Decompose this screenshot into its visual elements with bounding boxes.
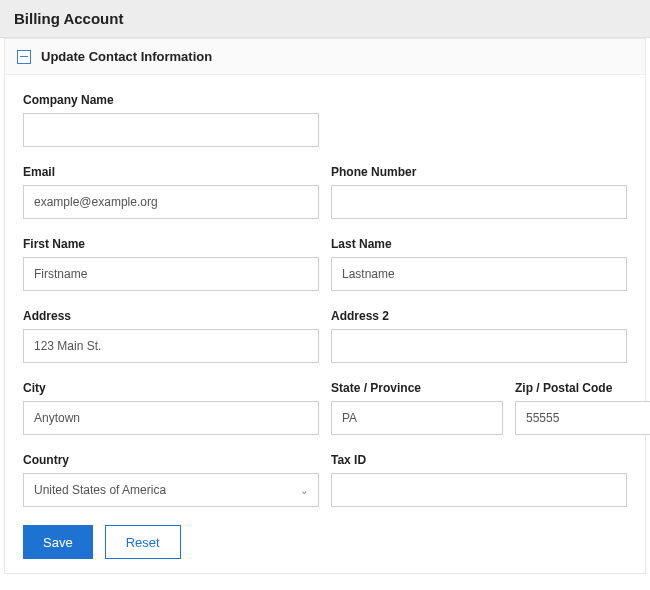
field-tax-id: Tax ID (331, 453, 627, 507)
input-email[interactable] (23, 185, 319, 219)
panel-body: Company Name Email Phone Number First Na… (5, 75, 645, 573)
page-header: Billing Account (0, 0, 650, 38)
input-address[interactable] (23, 329, 319, 363)
select-country[interactable]: United States of America ⌄ (23, 473, 319, 507)
field-address2: Address 2 (331, 309, 627, 363)
reset-button[interactable]: Reset (105, 525, 181, 559)
input-phone[interactable] (331, 185, 627, 219)
select-country-value: United States of America (34, 483, 166, 497)
panel-title: Update Contact Information (41, 49, 212, 64)
input-address2[interactable] (331, 329, 627, 363)
field-last-name: Last Name (331, 237, 627, 291)
field-city: City (23, 381, 319, 435)
label-state: State / Province (331, 381, 503, 395)
field-company-name: Company Name (23, 93, 319, 147)
save-button[interactable]: Save (23, 525, 93, 559)
input-state[interactable] (331, 401, 503, 435)
label-first-name: First Name (23, 237, 319, 251)
label-email: Email (23, 165, 319, 179)
field-first-name: First Name (23, 237, 319, 291)
input-zip[interactable] (515, 401, 650, 435)
field-phone: Phone Number (331, 165, 627, 219)
input-city[interactable] (23, 401, 319, 435)
label-country: Country (23, 453, 319, 467)
label-tax-id: Tax ID (331, 453, 627, 467)
field-country: Country United States of America ⌄ (23, 453, 319, 507)
input-company-name[interactable] (23, 113, 319, 147)
label-address: Address (23, 309, 319, 323)
button-row: Save Reset (23, 525, 627, 559)
label-last-name: Last Name (331, 237, 627, 251)
label-company-name: Company Name (23, 93, 319, 107)
label-city: City (23, 381, 319, 395)
field-state: State / Province (331, 381, 503, 435)
input-tax-id[interactable] (331, 473, 627, 507)
label-address2: Address 2 (331, 309, 627, 323)
input-last-name[interactable] (331, 257, 627, 291)
label-phone: Phone Number (331, 165, 627, 179)
panel-header: Update Contact Information (5, 39, 645, 75)
minus-icon (20, 56, 28, 58)
field-email: Email (23, 165, 319, 219)
label-zip: Zip / Postal Code (515, 381, 650, 395)
input-first-name[interactable] (23, 257, 319, 291)
collapse-toggle[interactable] (17, 50, 31, 64)
contact-info-panel: Update Contact Information Company Name … (4, 38, 646, 574)
field-address: Address (23, 309, 319, 363)
chevron-down-icon: ⌄ (300, 485, 308, 496)
field-zip: Zip / Postal Code (515, 381, 650, 435)
page-title: Billing Account (14, 10, 636, 27)
